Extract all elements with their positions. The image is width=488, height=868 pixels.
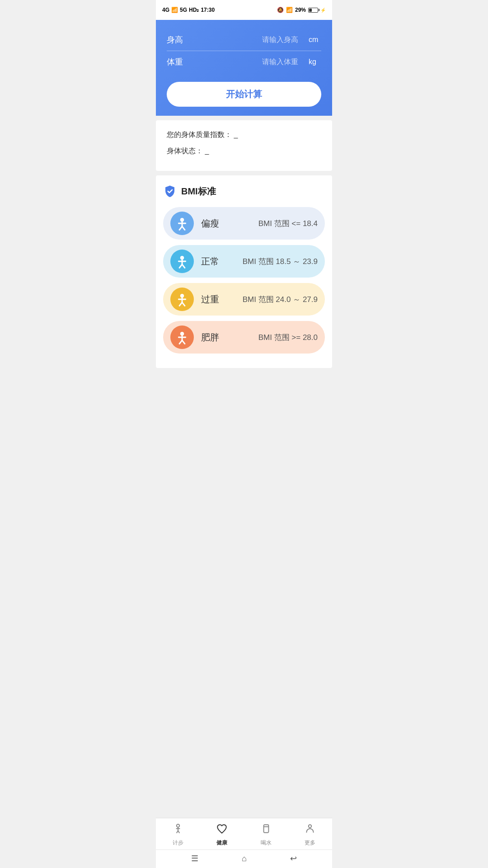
bmi-label-normal: 正常 <box>201 255 228 268</box>
weight-input[interactable] <box>242 58 305 66</box>
status-bar: 4G 📶 5G HD₂ 17:30 🔕 📶 29% ⚡ <box>156 0 332 20</box>
status-result-label: 身体状态： <box>167 147 203 155</box>
person-icon-normal <box>170 250 194 273</box>
bmi-standard-card: BMI标准 偏瘦 BMI 范围 <= 18.4 正常 BM <box>156 175 332 368</box>
mute-icon: 🔕 <box>277 7 284 13</box>
bmi-label-obese: 肥胖 <box>201 331 228 344</box>
time: 17:30 <box>201 7 215 13</box>
bottom-spacer <box>156 373 332 409</box>
network-5g: 5G <box>180 7 187 13</box>
bmi-row-overweight: 过重 BMI 范围 24.0 ～ 27.9 <box>163 283 325 316</box>
hd-label: HD₂ <box>189 7 199 13</box>
height-input[interactable] <box>242 36 305 44</box>
height-label: 身高 <box>167 34 183 45</box>
bmi-standard-title: BMI标准 <box>181 185 216 198</box>
input-card: 身高 cm 体重 kg 开始计算 <box>156 20 332 116</box>
status-result-row: 身体状态： _ <box>167 146 321 156</box>
bmi-title-row: BMI标准 <box>163 184 325 198</box>
battery-icon <box>308 8 318 13</box>
height-unit: cm <box>309 36 321 44</box>
charging-icon: ⚡ <box>320 8 326 13</box>
bmi-range-normal: BMI 范围 18.5 ～ 23.9 <box>235 256 318 267</box>
height-row: 身高 cm <box>167 29 321 51</box>
person-icon-thin <box>170 212 194 235</box>
status-icons: 🔕 📶 29% ⚡ <box>277 7 326 13</box>
svg-line-9 <box>182 264 185 268</box>
bmi-rows-container: 偏瘦 BMI 范围 <= 18.4 正常 BMI 范围 18.5 ～ 23.9 <box>163 207 325 354</box>
bmi-range-obese: BMI 范围 >= 28.0 <box>235 332 318 343</box>
status-network: 4G 📶 5G HD₂ 17:30 <box>162 7 215 13</box>
height-input-group: cm <box>242 36 321 44</box>
bmi-row-thin: 偏瘦 BMI 范围 <= 18.4 <box>163 207 325 240</box>
status-result-value: _ <box>205 147 209 155</box>
weight-row: 体重 kg <box>167 51 321 73</box>
bmi-result-label: 您的身体质量指数： <box>167 131 232 138</box>
weight-input-group: kg <box>242 58 321 66</box>
bmi-range-thin: BMI 范围 <= 18.4 <box>235 218 318 229</box>
bmi-range-overweight: BMI 范围 24.0 ～ 27.9 <box>235 294 318 305</box>
weight-unit: kg <box>309 58 321 66</box>
signal-bars: 📶 <box>171 7 178 13</box>
svg-line-4 <box>182 226 185 230</box>
battery-percent: 29% <box>295 7 306 13</box>
weight-label: 体重 <box>167 57 183 67</box>
bmi-result-row: 您的身体质量指数： _ <box>167 129 321 140</box>
person-icon-obese <box>170 326 194 349</box>
person-icon-overweight <box>170 288 194 311</box>
result-card: 您的身体质量指数： _ 身体状态： _ <box>156 120 332 171</box>
network-label: 4G <box>162 7 169 13</box>
shield-check-icon <box>163 184 177 198</box>
bmi-row-obese: 肥胖 BMI 范围 >= 28.0 <box>163 321 325 354</box>
wifi-icon: 📶 <box>286 7 293 13</box>
svg-line-14 <box>182 302 185 306</box>
bmi-label-thin: 偏瘦 <box>201 217 228 230</box>
main-content: 身高 cm 体重 kg 开始计算 您的身体质量指数： _ 身体状态： _ <box>156 20 332 409</box>
svg-line-19 <box>182 340 185 344</box>
bmi-result-value: _ <box>234 131 238 138</box>
bmi-row-normal: 正常 BMI 范围 18.5 ～ 23.9 <box>163 245 325 278</box>
calc-button[interactable]: 开始计算 <box>167 82 321 107</box>
bmi-label-overweight: 过重 <box>201 293 228 306</box>
